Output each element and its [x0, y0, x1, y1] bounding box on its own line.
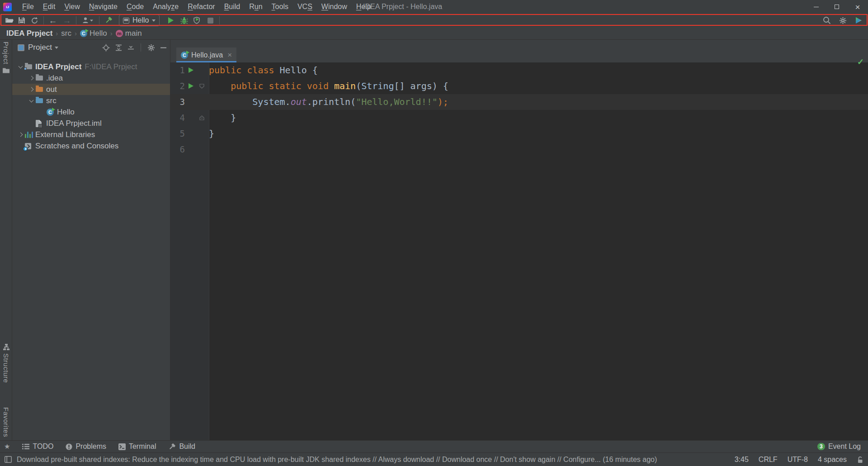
menu-analyze[interactable]: Analyze [148, 0, 183, 14]
tool-window-button-problems[interactable]: Problems [66, 442, 106, 451]
expand-all-icon[interactable] [115, 44, 122, 51]
tree-item-idea-prpject[interactable]: IDEA PrpjectF:\IDEA Prpject [12, 61, 170, 72]
debug-button[interactable] [179, 15, 189, 26]
code-editor[interactable]: 1public class Hello {2 public static voi… [170, 62, 868, 440]
event-log-button[interactable]: 3 Event Log [817, 442, 861, 451]
tree-item-out[interactable]: out [12, 84, 170, 95]
tab-hello-java[interactable]: C Hello.java × [176, 48, 236, 62]
tab-close-icon[interactable]: × [227, 51, 232, 60]
indent-widget[interactable]: 4 spaces [818, 456, 847, 464]
tree-item-external-libraries[interactable]: External Libraries [12, 129, 170, 140]
settings-button[interactable] [838, 15, 848, 26]
line-number: 1 [171, 62, 185, 78]
menu-view[interactable]: View [60, 0, 84, 14]
tool-window-button-build[interactable]: Build [168, 442, 195, 451]
save-icon [18, 17, 25, 24]
breadcrumb-item-method[interactable]: m main [116, 29, 142, 38]
fold-start-icon[interactable] [199, 83, 205, 89]
forward-button[interactable]: → [62, 15, 72, 26]
tree-item--idea[interactable]: .idea [12, 72, 170, 84]
unlock-icon[interactable] [857, 456, 863, 463]
open-button[interactable] [4, 15, 14, 26]
panel-settings-gear-icon[interactable] [147, 44, 155, 52]
chevron-down-icon[interactable] [19, 64, 23, 68]
menu-vcs[interactable]: VCS [293, 0, 317, 14]
stop-button[interactable] [205, 15, 215, 26]
status-link-download-once[interactable]: Download once [442, 456, 492, 463]
project-panel-header: Project [12, 40, 170, 55]
sync-icon [31, 17, 38, 24]
menu-build[interactable]: Build [220, 0, 245, 14]
tool-window-label: Problems [75, 442, 106, 451]
menu-tools[interactable]: Tools [267, 0, 293, 14]
code-line-5[interactable]: 5} [170, 126, 868, 142]
chevron-right-icon[interactable] [19, 133, 23, 137]
profile-button[interactable] [80, 15, 95, 26]
fold-end-icon[interactable] [199, 115, 205, 121]
tool-window-layout-icon[interactable] [5, 456, 12, 463]
breadcrumb-item-class[interactable]: C Hello [80, 29, 107, 38]
breadcrumb-separator: › [75, 29, 77, 37]
coverage-shield-icon [193, 17, 201, 24]
breadcrumb-item-project[interactable]: IDEA Prpject [6, 29, 52, 38]
favorites-star-icon[interactable]: ★ [4, 442, 10, 451]
build-project-button[interactable] [104, 15, 113, 26]
tree-item-scratches-and-consoles[interactable]: Scratches and Consoles [12, 140, 170, 152]
caret-position-widget[interactable]: 3:45 [735, 456, 749, 464]
menu-edit[interactable]: Edit [38, 0, 60, 14]
code-line-4[interactable]: 4 } [170, 110, 868, 126]
tree-item-idea-prpject-iml[interactable]: IDEA Prpject.iml [12, 118, 170, 129]
close-button[interactable]: × [847, 0, 868, 14]
collapse-all-icon[interactable] [127, 44, 134, 51]
code-line-3[interactable]: 3 System.out.println("Hello,World!!"); [170, 94, 868, 110]
encoding-widget[interactable]: UTF-8 [788, 456, 808, 464]
coverage-button[interactable] [192, 15, 202, 26]
back-button[interactable]: ← [48, 15, 58, 26]
status-link-don-t-show-again[interactable]: Don't show again [500, 456, 555, 463]
hide-panel-icon[interactable] [160, 45, 166, 51]
user-profile-icon [82, 17, 94, 24]
tool-window-button-terminal[interactable]: Terminal [118, 442, 156, 451]
terminal-icon [118, 443, 126, 450]
tree-item-src[interactable]: src [12, 95, 170, 106]
breadcrumb: IDEA Prpject › src › C Hello › m main [0, 27, 868, 40]
line-number: 5 [171, 126, 185, 142]
code-line-2[interactable]: 2 public static void main(String[] args)… [170, 78, 868, 94]
run-gutter-icon[interactable] [189, 83, 193, 89]
menu-code[interactable]: Code [122, 0, 148, 14]
sync-button[interactable] [29, 15, 39, 26]
stripe-button-favorites[interactable]: Favorites [0, 407, 12, 437]
menu-refactor[interactable]: Refactor [183, 0, 219, 14]
code-line-1[interactable]: 1public class Hello { [170, 62, 868, 78]
menu-run[interactable]: Run [245, 0, 267, 14]
code-line-6[interactable]: 6 [170, 142, 868, 157]
save-button[interactable] [17, 15, 27, 26]
chevron-right-icon[interactable] [29, 87, 34, 92]
tool-window-button-todo[interactable]: TODO [22, 442, 53, 451]
stripe-button-structure[interactable]: Structure [0, 344, 12, 383]
stripe-button-project[interactable]: Project [0, 42, 12, 73]
maximize-button[interactable] [826, 0, 847, 14]
tree-item-hello[interactable]: CHello [12, 106, 170, 118]
menu-file[interactable]: File [18, 0, 38, 14]
chevron-slot [16, 133, 25, 136]
line-ending-widget[interactable]: CRLF [759, 456, 778, 464]
chevron-right-icon[interactable] [29, 76, 34, 81]
class-icon: C [181, 52, 188, 59]
run-gutter-icon[interactable] [189, 67, 193, 73]
status-link-always-download[interactable]: Always download [378, 456, 434, 463]
project-panel-title[interactable]: Project [28, 43, 52, 52]
minimize-icon [814, 7, 819, 7]
menu-navigate[interactable]: Navigate [85, 0, 122, 14]
run-config-select[interactable]: Hello [119, 14, 160, 26]
locate-file-icon[interactable] [102, 44, 110, 52]
plugin-update-button[interactable] [854, 15, 863, 26]
run-button[interactable] [165, 15, 175, 26]
menu-window[interactable]: Window [317, 0, 352, 14]
minimize-button[interactable] [806, 0, 826, 14]
breadcrumb-item-src[interactable]: src [61, 29, 71, 38]
search-everywhere-button[interactable] [822, 15, 832, 26]
status-link-configure-[interactable]: Configure... [563, 456, 601, 463]
folder-icon [36, 76, 46, 81]
chevron-down-icon[interactable] [29, 98, 34, 102]
